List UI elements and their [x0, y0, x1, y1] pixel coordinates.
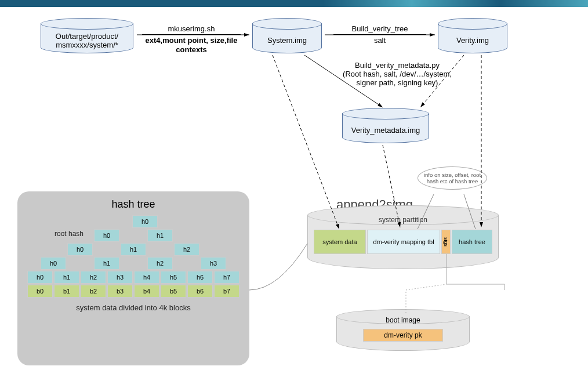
system-partition-title: system partition: [308, 216, 498, 224]
block-cell: b7: [214, 285, 239, 298]
hash-cell: h7: [214, 271, 239, 284]
cell-dm-verity-mapping: dm-verity mapping tbl: [367, 230, 440, 254]
hash-cell: h0: [41, 257, 66, 270]
hash-cell: h3: [107, 271, 133, 284]
block-cell: b4: [134, 285, 159, 298]
block-cell: b3: [107, 285, 133, 298]
block-cell: b0: [27, 285, 53, 298]
hash-cell: h1: [54, 271, 79, 284]
node-source-line1: Out/target/product/: [56, 32, 118, 41]
hash-tree-title: hash tree: [17, 191, 249, 211]
node-verity-img: Verity.img: [438, 23, 507, 53]
hash-cell: h3: [201, 257, 226, 270]
system-partition-disk: system partition system data dm-verity m…: [307, 215, 499, 269]
hash-cell: h0: [132, 215, 158, 228]
cell-sigs: sigs: [441, 230, 451, 254]
block-cell: b5: [161, 285, 186, 298]
cell-hash-tree: hash tree: [452, 230, 492, 254]
hash-cell: h0: [27, 271, 53, 284]
node-source-line2: msmxxxx/system/*: [56, 41, 118, 49]
node-source: Out/target/product/ msmxxxx/system/*: [41, 23, 133, 53]
block-cell: b1: [54, 285, 79, 298]
hash-cell: h5: [161, 271, 186, 284]
cell-system-data: system data: [314, 230, 366, 254]
hash-cell: h1: [147, 229, 173, 242]
hash-cell: h1: [94, 257, 119, 270]
hash-tree-caption: system data divided into 4k blocks: [17, 303, 249, 312]
svg-line-10: [406, 284, 447, 290]
node-verity-metadata: Verity_metadata.img: [342, 113, 429, 143]
boot-image-title: boot image: [337, 316, 469, 324]
edge-build-verity-tree: Build_verity_tree salt: [333, 24, 426, 45]
node-system-img: System.img: [252, 23, 322, 53]
boot-image-disk: boot image dm-verity pk: [336, 316, 470, 351]
block-cell: b2: [81, 285, 106, 298]
header-accent-bar: [0, 0, 588, 7]
hash-cell: h4: [134, 271, 159, 284]
hash-tree: h0 h0 h1 h0 h1 h2 h0 h1 h2 h3 h0 h1 h2 h: [17, 215, 249, 298]
hash-cell: h2: [147, 257, 173, 270]
edge-mkuserimg: mkuserimg.sh ext4,mount point, size,file…: [142, 24, 241, 55]
block-cell: b6: [187, 285, 213, 298]
hash-cell: h2: [174, 243, 199, 256]
hash-cell: h2: [81, 271, 106, 284]
edge-build-verity-metadata: Build_verity_metadata.py (Root hash, sal…: [325, 61, 470, 87]
hash-cell: h1: [121, 243, 146, 256]
callout-hash-info: info on size, offset, root hash etc of h…: [418, 166, 487, 190]
hash-cell: h0: [67, 243, 93, 256]
partition-band: system data dm-verity mapping tbl sigs h…: [314, 230, 492, 254]
hash-tree-panel: hash tree root hash h0 h0 h1 h0 h1 h2 h0…: [17, 191, 249, 365]
hash-cell: h0: [94, 229, 119, 242]
hash-cell: h6: [187, 271, 213, 284]
dm-verity-pk-cell: dm-verity pk: [363, 329, 443, 342]
